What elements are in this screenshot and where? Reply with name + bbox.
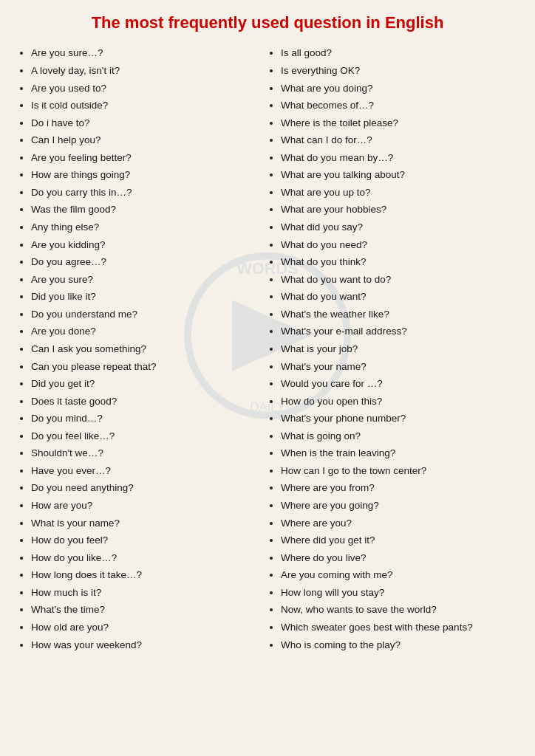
list-item: How was your weekend? (31, 638, 260, 653)
list-item: What do you want to do? (281, 272, 510, 287)
list-item: Do you agree…? (31, 255, 260, 269)
list-item: How do you like…? (31, 551, 260, 566)
list-item: Where do you live? (281, 551, 510, 566)
left-column: Are you sure…?A lovely day, isn't it?Are… (18, 46, 268, 655)
list-item: Do you carry this in…? (31, 185, 260, 200)
list-item: What's your name? (281, 360, 510, 374)
list-item: How do you open this? (281, 394, 510, 409)
list-item: Is everything OK? (281, 63, 510, 78)
columns-container: Are you sure…?A lovely day, isn't it?Are… (18, 46, 517, 655)
list-item: Are you coming with me? (281, 568, 510, 583)
list-item: What is your name? (31, 516, 260, 531)
list-item: How can I go to the town center? (281, 464, 510, 478)
list-item: Where did you get it? (281, 533, 510, 548)
list-item: Any thing else? (31, 220, 260, 235)
list-item: Are you sure…? (31, 46, 260, 61)
list-item: Where are you going? (281, 498, 510, 513)
list-item: What do you think? (281, 255, 510, 269)
list-item: How do you feel? (31, 533, 260, 548)
list-item: What did you say? (281, 220, 510, 235)
list-item: Can I ask you something? (31, 342, 260, 357)
left-list: Are you sure…?A lovely day, isn't it?Are… (18, 46, 260, 652)
list-item: Who is coming to the play? (281, 638, 510, 653)
list-item: Do you mind…? (31, 411, 260, 426)
list-item: Shouldn't we…? (31, 446, 260, 461)
list-item: A lovely day, isn't it? (31, 63, 260, 78)
list-item: What are your hobbies? (281, 202, 510, 217)
list-item: What do you mean by…? (281, 151, 510, 165)
list-item: Where are you? (281, 516, 510, 531)
list-item: Where is the toilet please? (281, 116, 510, 131)
list-item: What are you doing? (281, 81, 510, 96)
list-item: How much is it? (31, 585, 260, 600)
list-item: Now, who wants to save the world? (281, 602, 510, 617)
list-item: Is it cold outside? (31, 98, 260, 113)
right-list: Is all good?Is everything OK?What are yo… (268, 46, 510, 652)
list-item: Does it taste good? (31, 394, 260, 409)
list-item: What are you talking about? (281, 168, 510, 182)
page: The most frequently used question in Eng… (0, 0, 535, 673)
list-item: Would you care for …? (281, 377, 510, 391)
list-item: How long will you stay? (281, 585, 510, 600)
list-item: What's your e-mail address? (281, 324, 510, 339)
list-item: Are you feeling better? (31, 151, 260, 165)
list-item: Where are you from? (281, 481, 510, 495)
list-item: How are you? (31, 498, 260, 513)
page-title: The most frequently used question in Eng… (18, 13, 517, 32)
list-item: Do you feel like…? (31, 429, 260, 444)
right-column: Is all good?Is everything OK?What are yo… (268, 46, 517, 655)
list-item: How old are you? (31, 620, 260, 635)
list-item: Is all good? (281, 46, 510, 61)
list-item: Do you understand me? (31, 307, 260, 322)
list-item: Are you used to? (31, 81, 260, 96)
list-item: Can you please repeat that? (31, 360, 260, 374)
list-item: What is going on? (281, 429, 510, 444)
list-item: Do i have to? (31, 116, 260, 131)
list-item: How are things going? (31, 168, 260, 182)
list-item: What's the time? (31, 602, 260, 617)
list-item: Can I help you? (31, 133, 260, 148)
list-item: Are you done? (31, 324, 260, 339)
list-item: What can I do for…? (281, 133, 510, 148)
list-item: Was the film good? (31, 202, 260, 217)
list-item: Are you sure? (31, 272, 260, 287)
list-item: What's the weather like? (281, 307, 510, 322)
list-item: What are you up to? (281, 185, 510, 200)
list-item: How long does it take…? (31, 568, 260, 583)
list-item: Did you like it? (31, 289, 260, 304)
list-item: What do you need? (281, 238, 510, 252)
list-item: What do you want? (281, 289, 510, 304)
list-item: Which sweater goes best with these pants… (281, 620, 510, 635)
list-item: When is the train leaving? (281, 446, 510, 461)
list-item: Have you ever…? (31, 464, 260, 478)
list-item: Do you need anything? (31, 481, 260, 495)
list-item: What is your job? (281, 342, 510, 357)
list-item: What's your phone number? (281, 411, 510, 426)
list-item: Are you kidding? (31, 238, 260, 252)
list-item: Did you get it? (31, 377, 260, 391)
list-item: What becomes of…? (281, 98, 510, 113)
